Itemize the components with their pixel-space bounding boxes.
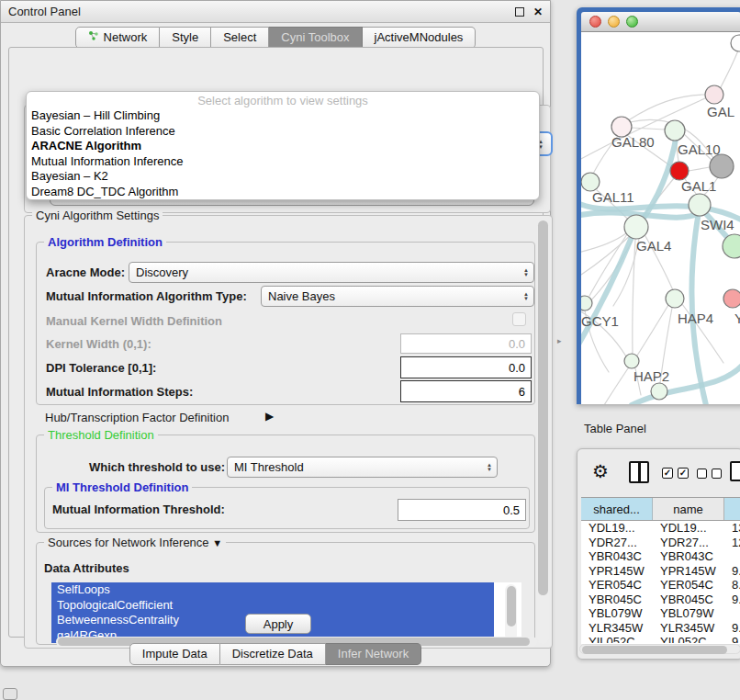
tab-network[interactable]: Network: [75, 27, 161, 49]
node-gal4[interactable]: [624, 215, 648, 239]
collapse-down-icon[interactable]: ▼: [212, 537, 222, 548]
node-gray[interactable]: [710, 154, 734, 178]
column-header-extra[interactable]: [724, 498, 740, 520]
control-panel-titlebar: Control Panel ✕: [1, 1, 550, 23]
table-row[interactable]: YIL052CYIL052C9.: [581, 635, 740, 643]
mi-threshold-field[interactable]: 0.5: [398, 499, 526, 521]
table-panel-title: Table Panel: [584, 422, 646, 435]
which-threshold-label: Which threshold to use:: [89, 460, 225, 474]
kernel-width-field[interactable]: 0.0: [400, 333, 532, 354]
attributes-scrollbar[interactable]: [505, 584, 517, 641]
bottom-tab-discretize-data[interactable]: Discretize Data: [220, 643, 326, 665]
settings-group-title: Cyni Algorithm Settings: [32, 209, 163, 222]
node-hap2[interactable]: [624, 354, 639, 368]
node-bottom-partial[interactable]: [651, 383, 667, 400]
zoom-traffic-light[interactable]: [626, 16, 638, 28]
mi-algorithm-type-value: Naive Bayes: [268, 289, 519, 303]
node-y-cut[interactable]: [723, 289, 740, 308]
bottom-tab-infer-network[interactable]: Infer Network: [326, 643, 421, 665]
table-cell: YBL079W: [653, 606, 724, 621]
table-row[interactable]: YBR045CYBR045C9.: [581, 593, 740, 607]
aracne-mode-combo[interactable]: Discovery ▲▼: [129, 262, 534, 283]
tab-style[interactable]: Style: [160, 27, 211, 49]
algorithm-option[interactable]: ARACNE Algorithm: [27, 139, 539, 154]
table-horizontal-scrollbar[interactable]: [579, 644, 740, 654]
table-row[interactable]: YPR145WYPR145W9.: [581, 564, 740, 579]
deselect-checkbox-icon[interactable]: [697, 469, 707, 479]
expand-right-icon[interactable]: ▶: [265, 410, 274, 423]
algorithm-option[interactable]: Bayesian – Hill Climbing: [27, 108, 539, 124]
which-threshold-combo[interactable]: MI Threshold ▲▼: [227, 457, 498, 478]
network-canvas[interactable]: GALGAL80GAL10GAL1GAL11SWI4GAL4GCY1HAP4YH…: [581, 32, 740, 404]
mi-threshold-definition-group: MI Threshold Definition Mutual Informati…: [44, 487, 530, 529]
minimize-traffic-light[interactable]: [608, 16, 620, 28]
data-attributes-list[interactable]: SelfLoopsTopologicalCoefficientBetweenne…: [51, 582, 521, 643]
attribute-item[interactable]: TopologicalCoefficient: [51, 598, 494, 614]
dpi-tolerance-field[interactable]: 0.0: [400, 356, 532, 378]
select-all-checkbox-icon[interactable]: ✓: [662, 468, 673, 479]
node-swi4[interactable]: [689, 194, 711, 216]
node-top-partial[interactable]: [731, 35, 740, 51]
network-edge-highlighted[interactable]: [581, 231, 634, 349]
network-edge-highlighted[interactable]: [691, 212, 706, 404]
network-edge[interactable]: [637, 305, 668, 356]
mi-steps-field[interactable]: 6: [400, 380, 532, 402]
close-traffic-light[interactable]: [589, 16, 601, 28]
bottom-tab-impute-data[interactable]: Impute Data: [129, 643, 220, 665]
network-edge[interactable]: [689, 167, 710, 171]
tab-jactivemnodules[interactable]: jActiveMNodules: [363, 27, 477, 49]
table-cell: YER054C: [653, 578, 724, 593]
table-row[interactable]: YBR043CYBR043C: [581, 549, 740, 564]
mi-algorithm-type-combo[interactable]: Naive Bayes ▲▼: [261, 286, 534, 307]
node-gal11[interactable]: [581, 173, 600, 191]
close-icon[interactable]: ✕: [533, 7, 543, 17]
manual-kernel-width-checkbox[interactable]: [512, 312, 526, 326]
restore-panel-icon[interactable]: [3, 688, 17, 700]
table-row[interactable]: YDL19...YDL19...13: [581, 521, 740, 536]
table-row[interactable]: YBL079WYBL079W: [581, 606, 740, 621]
algorithm-option[interactable]: Basic Correlation Inference: [27, 124, 539, 140]
table-body: YDL19...YDL19...13YDR27...YDR27...12YBR0…: [581, 521, 740, 643]
tab-select[interactable]: Select: [211, 27, 269, 49]
attributes-scrollbar-thumb[interactable]: [507, 586, 516, 627]
attribute-item[interactable]: SelfLoops: [51, 582, 494, 598]
network-edge[interactable]: [721, 51, 738, 87]
table-horizontal-scrollbar-thumb[interactable]: [582, 646, 727, 654]
node-gal1[interactable]: [670, 162, 689, 180]
new-table-icon[interactable]: [730, 461, 740, 481]
cyni-toolbox-panel: ▲ ▼ Cyni Algorithm Settings Algorithm De…: [8, 47, 544, 638]
network-view-window: GALGAL80GAL10GAL1GAL11SWI4GAL4GCY1HAP4YH…: [577, 7, 740, 404]
algorithm-option[interactable]: Mutual Information Inference: [27, 154, 539, 170]
node-gal-cut[interactable]: [705, 85, 723, 104]
gear-icon[interactable]: ⚙: [592, 460, 609, 482]
node-hap4[interactable]: [666, 289, 684, 308]
column-header-shared...[interactable]: shared...: [581, 498, 653, 520]
table-cell: YBR043C: [581, 549, 653, 564]
select-all-checkbox-icon[interactable]: ✓: [678, 468, 689, 479]
table-row[interactable]: YER054CYER054C8.: [581, 578, 740, 593]
settings-vertical-scrollbar-thumb[interactable]: [538, 220, 548, 595]
table-row[interactable]: YLR345WYLR345W9.: [581, 621, 740, 636]
network-edge[interactable]: [632, 128, 665, 130]
algorithm-option[interactable]: Dream8 DC_TDC Algorithm: [27, 185, 539, 200]
node-gal10[interactable]: [665, 120, 685, 141]
tab-cyni-toolbox[interactable]: Cyni Toolbox: [269, 27, 362, 49]
tab-label: Cyni Toolbox: [281, 30, 349, 44]
node-table: shared...name YDL19...YDL19...13YDR27...…: [581, 497, 740, 644]
algorithm-option[interactable]: Bayesian – K2: [27, 169, 539, 185]
table-toolbar: ⚙ ✓ ✓: [577, 449, 740, 495]
node-gal-cut-label: GAL: [707, 104, 734, 119]
float-window-icon[interactable]: [515, 7, 524, 17]
deselect-checkbox-icon[interactable]: [712, 469, 722, 479]
column-layout-icon[interactable]: [629, 461, 649, 483]
tab-label: Impute Data: [142, 647, 207, 660]
aracne-mode-value: Discovery: [136, 265, 519, 279]
column-header-name[interactable]: name: [653, 498, 724, 520]
network-edge[interactable]: [604, 368, 628, 404]
settings-vertical-scrollbar[interactable]: [537, 220, 549, 644]
network-edge[interactable]: [633, 239, 635, 354]
table-row[interactable]: YDR27...YDR27...12: [581, 536, 740, 550]
node-gcy1[interactable]: [581, 296, 592, 310]
panel-divider-arrow-icon[interactable]: ▸: [557, 336, 562, 345]
apply-button[interactable]: Apply: [245, 614, 311, 634]
